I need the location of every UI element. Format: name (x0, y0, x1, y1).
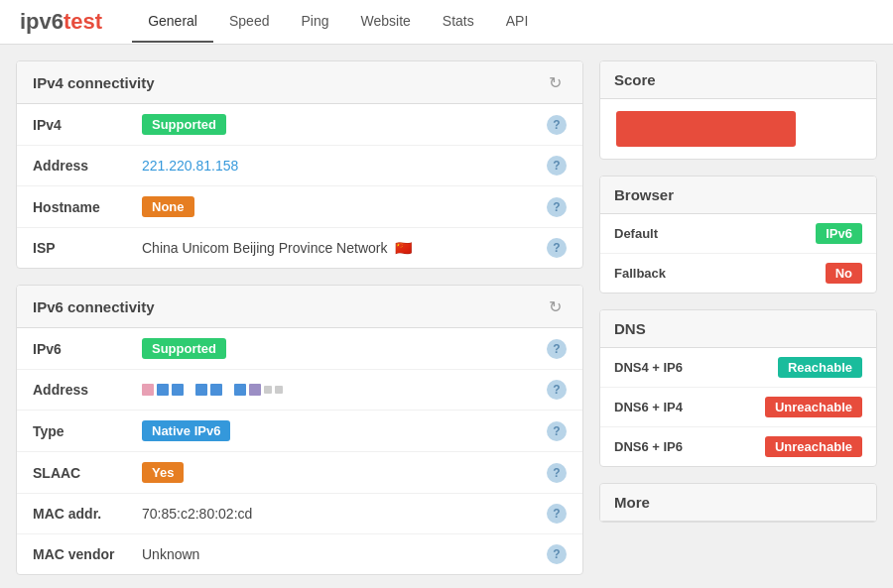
ipv6-macvendor-help-icon[interactable]: ? (547, 544, 567, 564)
right-column: Score Browser Default IPv6 Fallback No D… (599, 60, 877, 575)
dns-label-2: DNS6 + IP6 (614, 439, 683, 454)
ipv4-hostname-row: Hostname None ? (17, 186, 582, 228)
dns-label-0: DNS4 + IP6 (614, 360, 683, 375)
ipv4-isp-value: China Unicom Beijing Province Network 🇨🇳 (142, 240, 547, 256)
ipv6-type-value: Native IPv6 (142, 420, 547, 441)
ipv4-label: IPv4 (33, 117, 142, 133)
ipv6-address-row: Address ? (17, 370, 582, 411)
score-card: Score (599, 60, 877, 160)
ipv6-card-header: IPv6 connectivity ↻ (17, 286, 582, 328)
ipv6-slaac-badge: Yes (142, 462, 184, 483)
ipv4-isp-row: ISP China Unicom Beijing Province Networ… (17, 228, 582, 268)
ipv6-slaac-value: Yes (142, 462, 547, 483)
dns-badge-0: Reachable (778, 357, 862, 378)
isp-flag-icon: 🇨🇳 (395, 240, 412, 256)
ipv6-mac-label: MAC addr. (33, 506, 142, 522)
nav-website[interactable]: Website (344, 1, 426, 43)
browser-default-badge: IPv6 (816, 223, 862, 244)
dot-7 (249, 384, 261, 396)
ipv6-row: IPv6 Supported ? (17, 328, 582, 370)
ipv4-value: Supported (142, 114, 547, 135)
ipv4-isp-label: ISP (33, 240, 142, 256)
ipv6-badge: Supported (142, 338, 226, 359)
ipv4-address-help-icon[interactable]: ? (547, 156, 567, 176)
dns-row-1: DNS6 + IP4 Unreachable (600, 388, 876, 427)
ipv4-badge: Supported (142, 114, 226, 135)
dot-4 (195, 384, 207, 396)
nav-ping[interactable]: Ping (285, 1, 344, 43)
dns-badge-2: Unreachable (765, 436, 862, 457)
ipv4-hostname-label: Hostname (33, 199, 142, 215)
ipv6-type-badge: Native IPv6 (142, 420, 230, 441)
ipv4-card-header: IPv4 connectivity ↻ (17, 61, 582, 104)
dot-8 (264, 386, 272, 394)
ipv4-card: IPv4 connectivity ↻ IPv4 Supported ? Add… (16, 60, 583, 269)
dot-9 (275, 386, 283, 394)
main-nav: General Speed Ping Website Stats API (132, 1, 544, 43)
ipv4-address-row: Address 221.220.81.158 ? (17, 146, 582, 186)
more-title: More (600, 484, 876, 522)
ipv6-help-icon[interactable]: ? (547, 339, 567, 359)
nav-api[interactable]: API (490, 1, 545, 43)
nav-speed[interactable]: Speed (213, 1, 285, 43)
ipv4-hostname-help-icon[interactable]: ? (547, 197, 567, 217)
ipv4-row: IPv4 Supported ? (17, 104, 582, 146)
main-content: IPv4 connectivity ↻ IPv4 Supported ? Add… (0, 45, 893, 588)
ipv4-refresh-icon[interactable]: ↻ (549, 73, 567, 91)
ipv6-value: Supported (142, 338, 547, 359)
dns-title: DNS (600, 310, 876, 348)
ipv6-macvendor-value: Unknown (142, 546, 547, 562)
browser-card: Browser Default IPv6 Fallback No (599, 176, 877, 294)
ipv6-mac-help-icon[interactable]: ? (547, 504, 567, 524)
dot-1 (142, 384, 154, 396)
dot-3 (172, 384, 184, 396)
address-dots-container (142, 384, 547, 396)
ipv6-type-help-icon[interactable]: ? (547, 421, 567, 441)
ipv4-address-link[interactable]: 221.220.81.158 (142, 158, 238, 174)
ipv6-refresh-icon[interactable]: ↻ (549, 297, 567, 315)
ipv4-hostname-value: None (142, 196, 547, 217)
nav-stats[interactable]: Stats (427, 1, 490, 43)
browser-fallback-badge: No (826, 263, 862, 284)
nav-general[interactable]: General (132, 1, 213, 43)
dns-badge-1: Unreachable (765, 397, 862, 417)
ipv4-address-value: 221.220.81.158 (142, 158, 547, 174)
browser-title: Browser (600, 176, 876, 214)
ipv6-address-dots (142, 384, 547, 396)
ipv4-hostname-badge: None (142, 196, 194, 217)
ipv6-section-title: IPv6 connectivity (33, 298, 155, 315)
logo-test: test (64, 9, 102, 34)
ipv6-mac-row: MAC addr. 70:85:c2:80:02:cd ? (17, 494, 582, 534)
browser-default-label: Default (614, 226, 658, 241)
logo: ipv6test (20, 9, 102, 35)
browser-default-row: Default IPv6 (600, 214, 876, 254)
header: ipv6test General Speed Ping Website Stat… (0, 0, 893, 45)
ipv6-mac-value: 70:85:c2:80:02:cd (142, 506, 547, 522)
ipv6-card: IPv6 connectivity ↻ IPv6 Supported ? Add… (16, 285, 583, 575)
ipv4-section-title: IPv4 connectivity (33, 74, 155, 91)
left-column: IPv4 connectivity ↻ IPv4 Supported ? Add… (16, 60, 583, 575)
ipv6-slaac-row: SLAAC Yes ? (17, 452, 582, 494)
ipv6-slaac-label: SLAAC (33, 465, 142, 481)
ipv4-address-label: Address (33, 158, 142, 174)
ipv4-isp-text: China Unicom Beijing Province Network (142, 240, 387, 256)
browser-fallback-label: Fallback (614, 266, 666, 281)
browser-fallback-row: Fallback No (600, 254, 876, 293)
dot-2 (157, 384, 169, 396)
dns-row-0: DNS4 + IP6 Reachable (600, 348, 876, 388)
ipv6-macvendor-row: MAC vendor Unknown ? (17, 534, 582, 574)
logo-ipv6: ipv6 (20, 9, 64, 34)
ipv6-type-label: Type (33, 423, 142, 439)
dot-6 (234, 384, 246, 396)
ipv6-macvendor-label: MAC vendor (33, 546, 142, 562)
score-title: Score (600, 61, 876, 99)
ipv6-type-row: Type Native IPv6 ? (17, 411, 582, 452)
dns-card: DNS DNS4 + IP6 Reachable DNS6 + IP4 Unre… (599, 309, 877, 467)
ipv6-address-help-icon[interactable]: ? (547, 380, 567, 400)
ipv4-help-icon[interactable]: ? (547, 115, 567, 135)
dns-label-1: DNS6 + IP4 (614, 400, 683, 414)
dot-5 (210, 384, 222, 396)
ipv6-address-label: Address (33, 382, 142, 398)
ipv6-slaac-help-icon[interactable]: ? (547, 463, 567, 483)
ipv4-isp-help-icon[interactable]: ? (547, 238, 567, 258)
